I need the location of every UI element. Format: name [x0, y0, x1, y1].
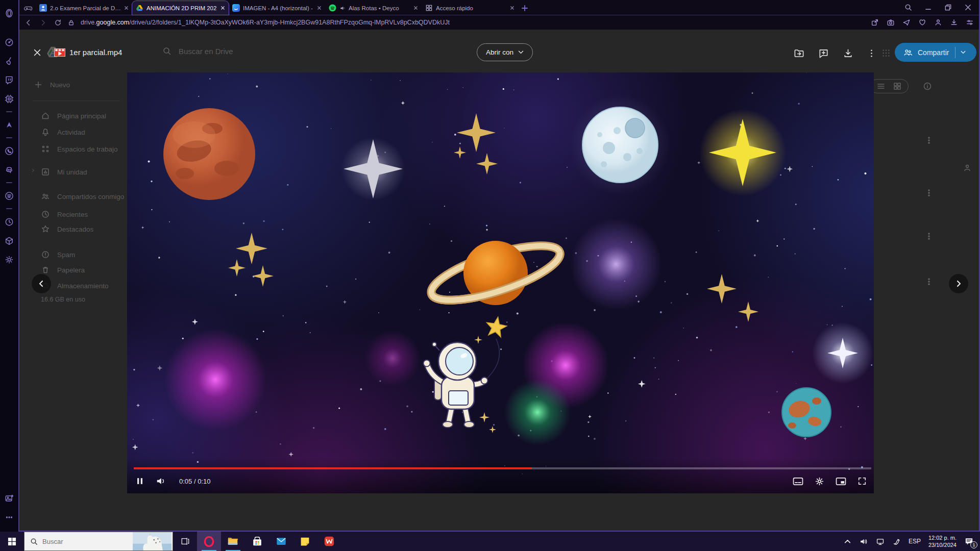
easy-setup-sliders-icon[interactable]	[966, 18, 974, 27]
task-view-button[interactable]	[173, 532, 197, 551]
tray-expand-chevron-icon[interactable]	[843, 537, 852, 546]
windows-taskbar: ESP 12:02 p. m. 23/10/2024 1	[0, 532, 980, 551]
apps-grid-icon-dimmed	[881, 48, 891, 58]
start-button[interactable]	[0, 532, 24, 551]
video-controls: 0:05 / 0:10	[135, 472, 867, 490]
tab-spotify[interactable]: Alas Rotas • Deyco	[325, 1, 422, 15]
next-file-button[interactable]	[949, 274, 968, 293]
volume-button[interactable]	[156, 477, 166, 486]
add-comment-button[interactable]	[817, 46, 830, 60]
address-bar: drive.google.com/drive/u/2/folders/1_1lK…	[18, 15, 980, 30]
bookmark-heart-icon[interactable]	[918, 18, 926, 27]
discord-icon[interactable]	[4, 164, 15, 176]
drive-nav-home: Página principal	[41, 111, 106, 120]
nav-label: Almacenamiento	[57, 282, 109, 290]
more-options-button[interactable]	[865, 46, 878, 60]
subtitles-button[interactable]	[793, 477, 803, 486]
search-tabs-icon[interactable]	[904, 4, 912, 11]
preview-header: 1er parcial.mp4 Abrir con Compartir	[18, 30, 980, 72]
taskbar-search[interactable]	[24, 532, 173, 551]
spotify-icon[interactable]	[4, 190, 15, 202]
share-button[interactable]: Compartir	[895, 43, 976, 62]
pin-to-sidebar-icon[interactable]	[871, 18, 879, 27]
search-icon	[30, 538, 38, 545]
move-to-folder-button[interactable]	[792, 46, 805, 60]
profile-icon[interactable]	[934, 18, 942, 27]
sidebar-more-icon[interactable]	[4, 512, 15, 523]
video-player[interactable]: 0:05 / 0:10	[127, 72, 874, 493]
taskbar-microsoft-store[interactable]	[245, 532, 269, 551]
settings-gear-icon[interactable]	[4, 254, 15, 265]
star-icon	[41, 224, 50, 234]
tray-clock[interactable]: 12:02 p. m. 23/10/2024	[928, 534, 957, 549]
new-tab-button[interactable]	[518, 2, 531, 15]
tab-audio-playing-icon[interactable]	[339, 5, 346, 11]
back-icon[interactable]	[24, 19, 32, 27]
taskbar-opera-gx[interactable]	[197, 532, 221, 551]
windows-ink-icon[interactable]	[892, 537, 901, 546]
pip-button[interactable]	[836, 477, 846, 486]
close-window-icon[interactable]	[964, 4, 972, 11]
nav-buttons	[24, 19, 62, 27]
download-button[interactable]	[841, 46, 854, 60]
downloads-icon[interactable]	[950, 18, 958, 27]
taskbar-file-explorer[interactable]	[221, 532, 245, 551]
pause-button[interactable]	[135, 477, 144, 486]
view-toggle	[870, 79, 909, 93]
fullscreen-button[interactable]	[857, 477, 867, 486]
sidebar-divider	[6, 182, 12, 183]
forward-icon[interactable]	[39, 19, 47, 27]
tab-close-icon[interactable]	[124, 6, 129, 10]
tab-close-icon[interactable]	[413, 6, 418, 10]
sidebar-divider	[6, 137, 12, 138]
taskbar-sticky-notes[interactable]	[293, 532, 317, 551]
volume-tray-icon[interactable]	[860, 537, 868, 546]
tab-examen-parcial[interactable]: 2.o Examen Parcial de Dibu	[36, 1, 132, 15]
gx-cleaner-icon[interactable]	[4, 56, 15, 67]
tab-imagen-a4[interactable]: IMAGEN - A4 (horizontal) -	[229, 1, 325, 15]
tab-close-icon[interactable]	[510, 6, 514, 10]
taskbar-mail[interactable]	[269, 532, 293, 551]
opera-logo-icon[interactable]	[4, 8, 15, 19]
minimize-icon[interactable]	[924, 4, 932, 11]
settings-button[interactable]	[815, 477, 824, 486]
gx-wallpaper-image-icon[interactable]	[4, 493, 15, 504]
gx-corner-icon[interactable]	[4, 93, 15, 105]
tab-close-icon[interactable]	[220, 6, 225, 10]
nav-label: Actividad	[57, 129, 85, 136]
language-indicator[interactable]: ESP	[909, 538, 921, 545]
google-drive-favicon	[136, 4, 143, 12]
previous-file-button[interactable]	[32, 274, 51, 293]
network-tray-icon[interactable]	[876, 537, 885, 546]
taskbar-wps-office[interactable]	[317, 532, 341, 551]
reload-icon[interactable]	[54, 19, 62, 27]
clock-icon	[41, 210, 50, 219]
snapshot-camera-icon[interactable]	[887, 18, 895, 27]
send-to-device-icon[interactable]	[902, 18, 911, 27]
taskbar-search-input[interactable]	[42, 538, 119, 545]
tab-animacion-2d-active[interactable]: ANIMACIÓN 2D PRIM 202	[132, 1, 229, 15]
tab-acceso-rapido[interactable]: Acceso rápido	[422, 1, 518, 15]
url-field[interactable]: drive.google.com/drive/u/2/folders/1_1lK…	[81, 19, 865, 26]
nav-label: Página principal	[57, 112, 106, 120]
tab-close-icon[interactable]	[317, 6, 322, 10]
progress-bar[interactable]	[134, 467, 871, 469]
sidebar-divider	[6, 208, 12, 209]
gx-control-icon[interactable]	[4, 37, 15, 48]
close-preview-button[interactable]	[31, 46, 44, 59]
row-more-icon	[924, 136, 934, 145]
browser-window: 2.o Examen Parcial de Dibu ANIMACIÓN 2D …	[18, 0, 980, 532]
gx-pinned-app-icon[interactable]	[4, 119, 15, 131]
time-display: 0:05 / 0:10	[179, 478, 210, 485]
clock-date: 23/10/2024	[928, 541, 957, 548]
nav-label: Compartidos conmigo	[57, 193, 124, 201]
history-icon[interactable]	[4, 216, 15, 228]
twitch-icon[interactable]	[4, 74, 15, 86]
whatsapp-icon[interactable]	[4, 145, 15, 157]
extensions-cube-icon[interactable]	[4, 235, 15, 246]
restore-icon[interactable]	[944, 4, 952, 11]
gx-gamepad-icon[interactable]	[20, 2, 36, 15]
desktop-screen: 2.o Examen Parcial de Dibu ANIMACIÓN 2D …	[0, 0, 980, 551]
open-with-button[interactable]: Abrir con	[477, 43, 533, 61]
action-center-button[interactable]: 1	[964, 537, 974, 546]
